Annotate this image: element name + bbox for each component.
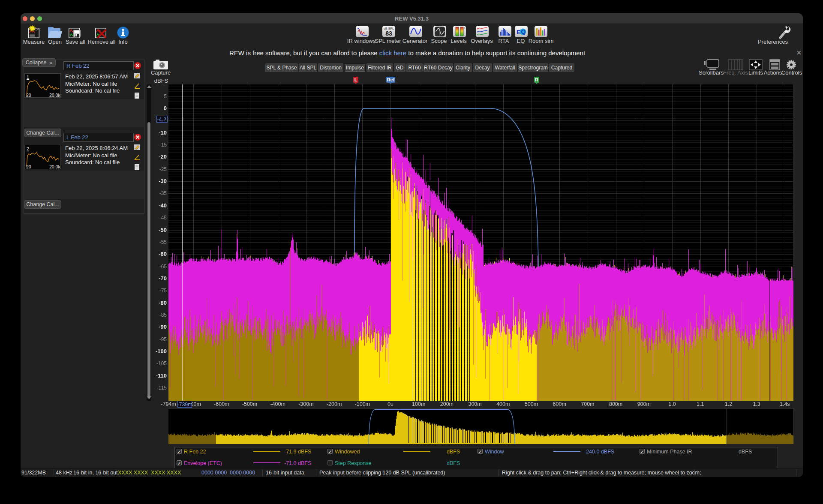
svg-text:Q: Q xyxy=(521,28,526,35)
svg-text:1: 1 xyxy=(27,75,29,80)
svg-text:20.0k: 20.0k xyxy=(49,93,60,98)
svg-text:dB SPL: dB SPL xyxy=(384,27,394,30)
svg-text:20: 20 xyxy=(26,93,31,98)
svg-text:2: 2 xyxy=(27,146,29,151)
svg-text:83: 83 xyxy=(385,30,392,37)
svg-text:20.0k: 20.0k xyxy=(49,164,60,169)
svg-text:20: 20 xyxy=(26,164,31,169)
svg-text:0: 0 xyxy=(464,27,466,30)
